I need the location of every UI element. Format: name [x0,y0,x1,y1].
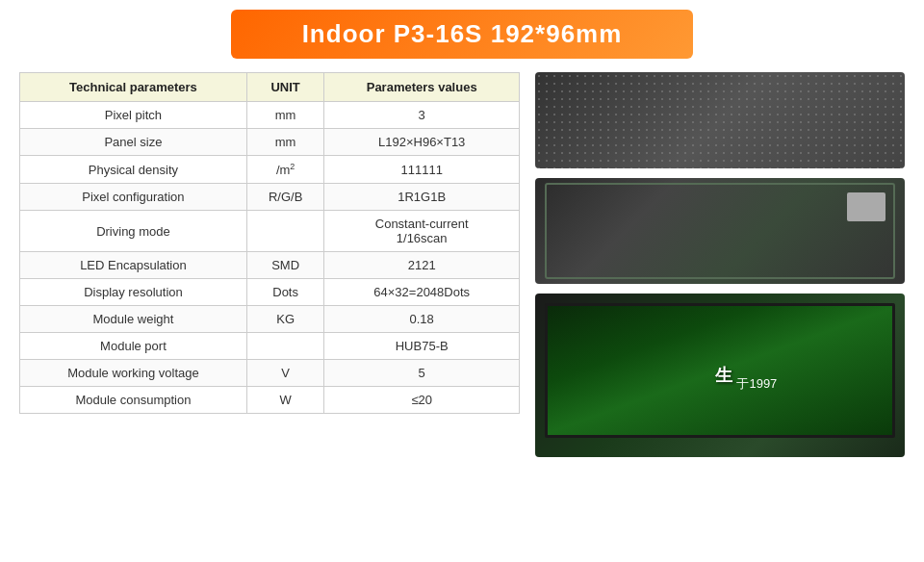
led-module-image [535,72,905,168]
table-row: Panel sizemmL192×H96×T13 [20,129,520,156]
param-name-cell: Driving mode [20,211,247,252]
unit-cell [246,333,323,360]
table-row: Pixel configurationR/G/B1R1G1B [20,184,520,211]
value-cell: 0.18 [324,306,520,333]
table-row: Module working voltageV5 [20,360,520,387]
param-name-cell: Module working voltage [20,360,247,387]
display-screen-image: 生 于1997 [535,294,905,457]
table-row: Module portHUB75-B [20,333,520,360]
param-name-cell: Physical density [20,156,247,184]
value-cell: ≤20 [324,387,520,414]
table-row: Physical density/m2111111 [20,156,520,184]
value-cell: 5 [324,360,520,387]
param-name-cell: Module weight [20,306,247,333]
circuit-board-image [535,178,905,284]
table-section: Technical parameters UNIT Parameters val… [19,72,520,457]
title-banner: Indoor P3-16S 192*96mm [231,10,693,59]
param-name-cell: Module consumption [20,387,247,414]
page-title: Indoor P3-16S 192*96mm [250,19,674,49]
table-header-row: Technical parameters UNIT Parameters val… [20,73,520,102]
unit-cell: V [246,360,323,387]
unit-cell: mm [246,102,323,129]
table-row: LED EncapsulationSMD2121 [20,252,520,279]
main-layout: Technical parameters UNIT Parameters val… [19,72,905,457]
param-name-cell: Pixel configuration [20,184,247,211]
value-cell: 64×32=2048Dots [324,279,520,306]
value-cell: 3 [324,102,520,129]
value-cell: Constant-current 1/16scan [324,211,520,252]
param-name-cell: Panel size [20,129,247,156]
param-name-cell: LED Encapsulation [20,252,247,279]
unit-cell: R/G/B [246,184,323,211]
table-row: Module weightKG0.18 [20,306,520,333]
images-section: 生 于1997 [535,72,905,457]
col-header-unit: UNIT [246,73,323,102]
unit-cell: Dots [246,279,323,306]
unit-cell: W [246,387,323,414]
unit-cell: KG [246,306,323,333]
value-cell: HUB75-B [324,333,520,360]
unit-cell: SMD [246,252,323,279]
value-cell: 1R1G1B [324,184,520,211]
table-row: Driving modeConstant-current 1/16scan [20,211,520,252]
value-cell: 111111 [324,156,520,184]
value-cell: 2121 [324,252,520,279]
param-name-cell: Module port [20,333,247,360]
page-wrapper: Indoor P3-16S 192*96mm Technical paramet… [0,0,924,562]
unit-cell: mm [246,129,323,156]
param-name-cell: Pixel pitch [20,102,247,129]
col-header-param: Technical parameters [20,73,247,102]
tv-display-text: 生 [715,364,732,387]
value-cell: L192×H96×T13 [324,129,520,156]
specs-table: Technical parameters UNIT Parameters val… [19,72,520,414]
col-header-value: Parameters values [324,73,520,102]
table-row: Display resolutionDots64×32=2048Dots [20,279,520,306]
unit-cell [246,211,323,252]
table-row: Module consumptionW≤20 [20,387,520,414]
table-row: Pixel pitchmm3 [20,102,520,129]
param-name-cell: Display resolution [20,279,247,306]
tv-display-year: 于1997 [736,375,777,393]
unit-cell: /m2 [246,156,323,184]
